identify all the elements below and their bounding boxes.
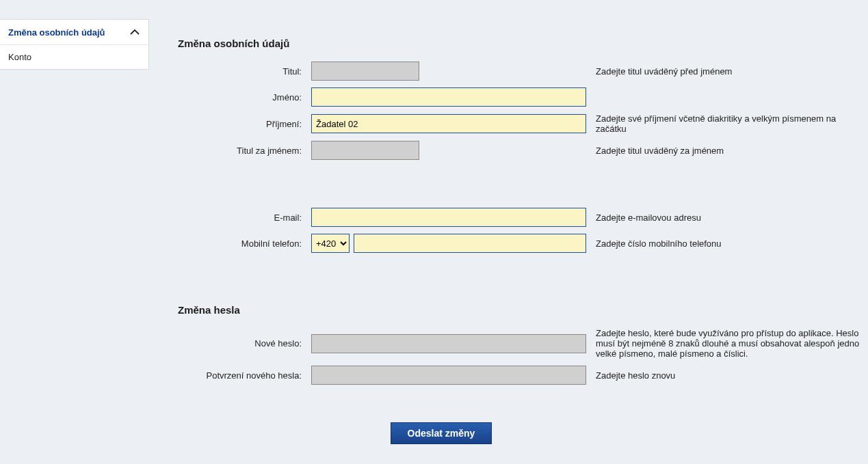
input-prijmeni[interactable] [311, 114, 586, 133]
input-confirm[interactable] [311, 366, 586, 385]
main-content: Změna osobních údajů Titul: Zadejte titu… [178, 38, 868, 444]
row-jmeno: Jméno: [178, 87, 868, 107]
section-title-password: Změna hesla [178, 304, 868, 316]
label-titul: Titul: [178, 66, 311, 77]
label-email: E-mail: [178, 213, 311, 223]
input-titul[interactable] [311, 62, 419, 81]
sidebar-item-konto[interactable]: Konto [0, 45, 148, 69]
row-phone: Mobilní telefon: +420 Zadejte číslo mobi… [178, 234, 868, 253]
sidebar-item-personal-data[interactable]: Změna osobních údajů [0, 20, 148, 45]
label-jmeno: Jméno: [178, 92, 311, 103]
input-titulza[interactable] [311, 141, 419, 160]
hint-email: Zadejte e-mailovou adresu [586, 213, 868, 223]
input-jmeno[interactable] [311, 87, 586, 107]
row-confirm: Potvrzení nového hesla: Zadejte heslo zn… [178, 366, 868, 385]
sidebar-item-label: Konto [8, 52, 31, 62]
hint-confirm: Zadejte heslo znovu [586, 370, 868, 381]
hint-titulza: Zadejte titul uváděný za jménem [586, 146, 868, 156]
label-confirm: Potvrzení nového hesla: [178, 370, 311, 381]
hint-phone: Zadejte číslo mobilního telefonu [586, 238, 868, 249]
row-newpass: Nové heslo: Zadejte heslo, které bude vy… [178, 328, 868, 359]
input-phone[interactable] [354, 234, 586, 253]
label-phone: Mobilní telefon: [178, 238, 311, 249]
submit-button[interactable]: Odeslat změny [391, 422, 492, 444]
hint-prijmeni: Zadejte své příjmení včetně diakritiky a… [586, 113, 868, 134]
hint-titul: Zadejte titul uváděný před jménem [586, 66, 868, 77]
section-title-personal: Změna osobních údajů [178, 38, 868, 49]
input-email[interactable] [311, 208, 586, 227]
sidebar: Změna osobních údajů Konto [0, 19, 149, 70]
label-prijmeni: Příjmení: [178, 119, 311, 129]
label-titulza: Titul za jménem: [178, 146, 311, 156]
label-newpass: Nové heslo: [178, 338, 311, 349]
select-phone-prefix[interactable]: +420 [311, 234, 350, 253]
row-prijmeni: Příjmení: Zadejte své příjmení včetně di… [178, 113, 868, 134]
row-titulza: Titul za jménem: Zadejte titul uváděný z… [178, 141, 868, 160]
hint-newpass: Zadejte heslo, které bude využíváno pro … [586, 328, 868, 359]
chevron-up-icon [129, 27, 140, 38]
sidebar-item-label: Změna osobních údajů [8, 27, 105, 38]
row-email: E-mail: Zadejte e-mailovou adresu [178, 208, 868, 227]
row-titul: Titul: Zadejte titul uváděný před jménem [178, 62, 868, 81]
input-newpass[interactable] [311, 334, 586, 353]
